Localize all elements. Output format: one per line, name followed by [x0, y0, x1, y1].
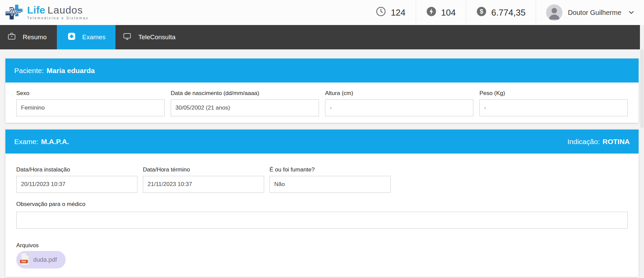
exam-name: M.A.P.A.	[41, 138, 69, 145]
tab-label: Exames	[82, 33, 106, 41]
field-label: É ou foi fumante?	[270, 166, 391, 173]
content: Paciente:Maria eduarda Sexo Data de nasc…	[0, 49, 644, 277]
field-sexo: Sexo	[16, 90, 165, 116]
sexo-input[interactable]	[16, 99, 165, 116]
tab-resumo[interactable]: Resumo	[0, 25, 57, 49]
briefcase-icon	[7, 32, 16, 42]
pending-count-stat: 124	[366, 0, 415, 25]
observation-block: Observação para o médico	[16, 201, 628, 229]
data-termino-input[interactable]	[143, 176, 264, 193]
file-chip-duda-pdf[interactable]: PDF duda.pdf	[16, 251, 66, 269]
observation-label: Observação para o médico	[16, 201, 628, 208]
scrollbar-thumb[interactable]	[641, 49, 643, 128]
data-instalacao-input[interactable]	[16, 176, 137, 193]
field-label: Altura (cm)	[325, 90, 473, 97]
exam-panel: Exame:M.A.P.A. Indicação:ROTINA Data/Hor…	[5, 130, 639, 277]
field-fumante: É ou foi fumante?	[270, 166, 391, 193]
tab-teleconsulta[interactable]: TeleConsulta	[115, 25, 186, 49]
field-label: Data de nascimento (dd/mm/aaaa)	[171, 90, 319, 97]
patient-name: Maria eduarda	[47, 67, 95, 74]
clock-icon	[376, 6, 386, 19]
monitor-icon	[123, 32, 131, 42]
data-nascimento-input[interactable]	[171, 99, 319, 116]
patient-banner-title: Paciente:Maria eduarda	[14, 67, 95, 75]
field-label: Data/Hora instalação	[16, 166, 137, 173]
balance-value: 6.774,35	[491, 7, 525, 18]
exam-card: Data/Hora instalação Data/Hora término É…	[5, 154, 639, 277]
user-name: Doutor Guilherme	[568, 9, 621, 17]
app-logo: LifeLaudos Telemedicina e Sistemas	[5, 0, 89, 25]
lifelaudos-cross-icon	[5, 2, 24, 23]
files-block: Arquivos PDF duda.pdf	[16, 242, 628, 269]
indication-value: ROTINA	[603, 138, 630, 145]
patient-banner: Paciente:Maria eduarda	[5, 59, 639, 83]
field-data-instalacao: Data/Hora instalação	[16, 166, 137, 193]
peso-input[interactable]	[479, 99, 628, 116]
urgent-count-value: 104	[441, 7, 456, 18]
file-name: duda.pdf	[33, 256, 57, 263]
exam-banner-title: Exame:M.A.P.A.	[14, 138, 69, 146]
field-altura: Altura (cm)	[325, 90, 473, 116]
chevron-down-icon	[629, 9, 634, 16]
brand-tagline: Telemedicina e Sistemas	[27, 16, 89, 20]
exam-banner: Exame:M.A.P.A. Indicação:ROTINA	[5, 130, 639, 154]
tab-label: TeleConsulta	[138, 33, 175, 41]
urgent-count-stat: 104	[416, 0, 466, 25]
avatar	[546, 4, 562, 21]
field-peso: Peso (Kg)	[479, 90, 628, 116]
user-menu[interactable]: Doutor Guilherme	[536, 0, 636, 25]
patient-card: Sexo Data de nascimento (dd/mm/aaaa) Alt…	[5, 83, 639, 123]
pdf-file-icon: PDF	[20, 253, 30, 267]
field-label: Peso (Kg)	[479, 90, 628, 97]
svg-text:PDF: PDF	[22, 260, 27, 263]
balance-stat: $ 6.774,35	[466, 0, 536, 25]
altura-input[interactable]	[325, 99, 473, 116]
plus-square-icon	[68, 32, 76, 42]
field-data-termino: Data/Hora término	[143, 166, 264, 193]
vertical-scrollbar[interactable]	[640, 25, 644, 278]
field-data-nascimento: Data de nascimento (dd/mm/aaaa)	[171, 90, 319, 116]
tab-label: Resumo	[23, 33, 47, 41]
pending-count-value: 124	[391, 7, 405, 18]
observation-textarea[interactable]	[16, 212, 628, 229]
dollar-icon: $	[476, 6, 487, 19]
patient-panel: Paciente:Maria eduarda Sexo Data de nasc…	[5, 59, 639, 123]
field-label: Sexo	[16, 90, 165, 97]
tab-exames[interactable]: Exames	[57, 25, 116, 49]
field-label: Data/Hora término	[143, 166, 264, 173]
brand-name: LifeLaudos	[27, 5, 89, 15]
fumante-input[interactable]	[270, 176, 391, 193]
app-header: LifeLaudos Telemedicina e Sistemas 124 1	[0, 0, 644, 25]
bolt-icon	[426, 6, 436, 19]
svg-text:$: $	[480, 8, 483, 15]
exam-indication: Indicação:ROTINA	[567, 138, 630, 146]
files-label: Arquivos	[16, 242, 628, 249]
main-nav: Resumo Exames TeleConsulta	[0, 25, 644, 49]
